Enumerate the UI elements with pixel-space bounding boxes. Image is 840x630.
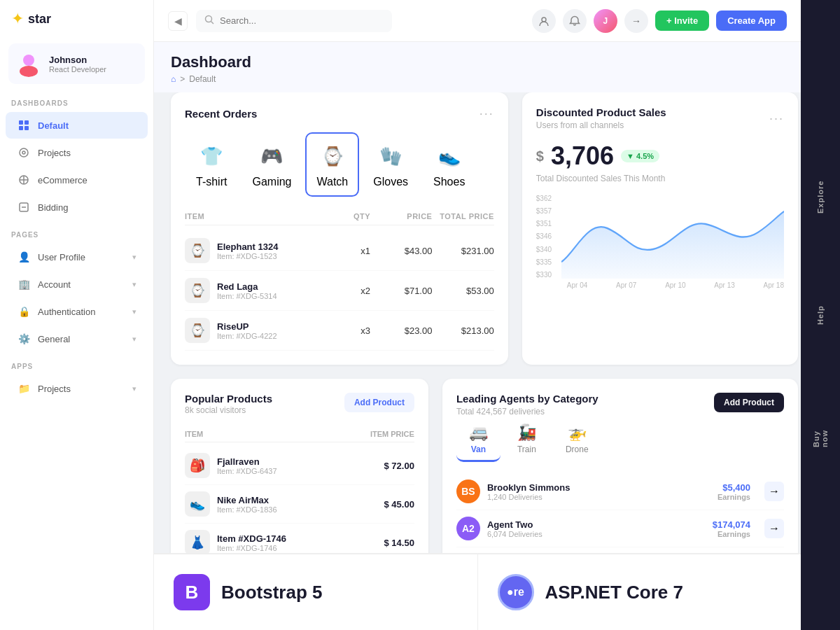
item-sku: Item: #XDG-1523: [217, 252, 278, 260]
svg-line-14: [211, 21, 214, 24]
agent-deliveries: 1,240 Deliveries: [487, 493, 570, 501]
chart-y-label: $335: [536, 258, 556, 266]
item-sku: Item: #XDG-5314: [217, 292, 277, 300]
pop-products-subtitle: 8k social visitors: [185, 405, 272, 415]
agent-tab-van[interactable]: 🚐 Van: [456, 418, 500, 462]
prod-sku: Item: #XDG-1836: [217, 505, 277, 514]
orders-table-header: ITEM QTY PRICE TOTAL PRICE: [185, 208, 494, 225]
prod-img: 👗: [185, 530, 210, 555]
sidebar-item-ecommerce[interactable]: eCommerce: [6, 167, 148, 193]
svg-rect-3: [24, 120, 29, 125]
sidebar-item-account[interactable]: 🏢 Account ▾: [6, 271, 148, 298]
discounted-sales-card: Discounted Product Sales Users from all …: [522, 92, 798, 365]
agent-tab-drone[interactable]: 🚁 Drone: [553, 418, 601, 462]
breadcrumb-separator: >: [180, 74, 185, 84]
table-row: ⌚Red LagaItem: #XDG-5314 x2 $71.00 $53.0…: [185, 271, 494, 311]
main-content: ◀ J → + Invite Create App: [154, 0, 801, 630]
settings-header-icon[interactable]: →: [624, 9, 648, 33]
item-name: Red Laga: [217, 281, 277, 292]
breadcrumb-current: Default: [189, 74, 216, 84]
rating-arrow[interactable]: →: [764, 519, 784, 538]
sidebar-item-default[interactable]: Default: [6, 112, 148, 139]
prod-price: $ 14.50: [338, 538, 414, 548]
agent-name: Agent Two: [487, 519, 542, 530]
chart-x-label: Apr 10: [665, 281, 685, 289]
dashboards-label: DASHBOARDS: [0, 90, 153, 111]
agent-row: BS Brooklyn Simmons1,240 Deliveries $5,4…: [456, 473, 784, 510]
tshirt-icon: 👕: [196, 141, 227, 172]
search-input[interactable]: [220, 15, 384, 26]
tab-shoes[interactable]: 👟 Shoes: [422, 132, 476, 197]
sidebar-item-apps-projects[interactable]: 📁 Projects ▾: [6, 375, 148, 402]
chart-y-label: $362: [536, 195, 556, 202]
sidebar-item-user-profile[interactable]: 👤 User Profile ▾: [6, 244, 148, 270]
agent-earnings: $174,074Earnings: [713, 519, 750, 538]
svg-point-15: [542, 18, 546, 22]
chart-x-label: Apr 07: [616, 281, 636, 289]
shoes-icon: 👟: [434, 141, 465, 172]
item-qty: x3: [309, 326, 370, 336]
invite-button[interactable]: + Invite: [655, 10, 709, 31]
van-icon: 🚐: [469, 424, 488, 442]
prod-table-header: ITEM ITEM PRICE: [185, 426, 414, 442]
agent-tab-train[interactable]: 🚂 Train: [505, 418, 549, 462]
prod-col-price: ITEM PRICE: [338, 430, 414, 438]
sidebar-item-general[interactable]: ⚙️ General ▾: [6, 326, 148, 352]
create-app-button[interactable]: Create App: [716, 10, 787, 31]
sidebar-item-projects-label: Projects: [38, 148, 71, 158]
card-menu-icon[interactable]: ···: [479, 106, 494, 121]
auth-icon: 🔒: [17, 304, 31, 318]
notification-icon[interactable]: [563, 9, 587, 33]
tab-gloves[interactable]: 🧤 Gloves: [362, 132, 419, 197]
avatar-icon[interactable]: [532, 9, 556, 33]
rating-arrow[interactable]: →: [764, 482, 784, 501]
col-item: ITEM: [185, 212, 309, 220]
tab-watch[interactable]: ⌚ Watch: [305, 132, 359, 197]
chevron-down-icon: ▾: [132, 307, 136, 316]
sidebar-item-projects[interactable]: Projects: [6, 139, 148, 166]
agents-add-product-button[interactable]: Add Product: [714, 393, 784, 412]
agent-row: A2 Agent Two6,074 Deliveries $174,074Ear…: [456, 510, 784, 547]
item-total: $53.00: [432, 286, 493, 296]
sidebar-item-authentication-label: Authentication: [38, 307, 95, 317]
sidebar-item-authentication[interactable]: 🔒 Authentication ▾: [6, 298, 148, 325]
tab-gloves-label: Gloves: [373, 176, 408, 188]
user-role: React Developer: [49, 65, 106, 74]
pages-label: PAGES: [0, 221, 153, 243]
tab-gaming[interactable]: 🎮 Gaming: [241, 132, 302, 197]
svg-point-13: [206, 15, 212, 22]
user-avatar-header[interactable]: J: [594, 9, 617, 33]
tab-gaming-label: Gaming: [252, 176, 291, 188]
card-menu-icon[interactable]: ···: [769, 111, 784, 126]
buy-now-button[interactable]: Buy now: [806, 419, 834, 447]
item-img: ⌚: [185, 238, 210, 263]
order-tabs: 👕 T-shirt 🎮 Gaming ⌚ Watch 🧤: [185, 132, 494, 197]
item-qty: x1: [309, 246, 370, 256]
col-qty: QTY: [309, 212, 370, 220]
svg-point-0: [23, 55, 34, 66]
apps-section: APPS 📁 Projects ▾: [0, 353, 153, 402]
user-profile-card[interactable]: Johnson React Developer: [8, 43, 145, 84]
tab-tshirt[interactable]: 👕 T-shirt: [185, 132, 238, 197]
add-product-button[interactable]: Add Product: [344, 393, 414, 412]
agent-earnings: $5,400Earnings: [718, 482, 750, 501]
pages-section: PAGES 👤 User Profile ▾ 🏢 Account ▾ 🔒 Aut…: [0, 221, 153, 353]
agents-title: Leading Agents by Category: [456, 393, 598, 405]
svg-rect-5: [24, 126, 29, 130]
table-row: ⌚Elephant 1324Item: #XDG-1523 x1 $43.00 …: [185, 231, 494, 271]
user-name: Johnson: [49, 55, 106, 65]
explore-button[interactable]: Explore: [806, 183, 834, 211]
sidebar-item-general-label: General: [38, 334, 70, 344]
collapse-button[interactable]: ◀: [168, 11, 188, 31]
chevron-down-icon: ▾: [132, 384, 136, 393]
help-button[interactable]: Help: [806, 301, 834, 329]
recent-orders-title: Recent Orders: [185, 108, 257, 120]
drone-icon: 🚁: [568, 424, 587, 442]
sidebar-item-bidding[interactable]: Bidding: [6, 194, 148, 220]
sales-note: Total Discounted Sales This Month: [536, 174, 784, 183]
train-icon: 🚂: [517, 424, 536, 442]
prod-img: 👟: [185, 491, 210, 517]
item-price: $43.00: [370, 246, 432, 256]
sidebar-item-account-label: Account: [38, 279, 71, 290]
logo-area: ✦ star: [0, 0, 153, 38]
